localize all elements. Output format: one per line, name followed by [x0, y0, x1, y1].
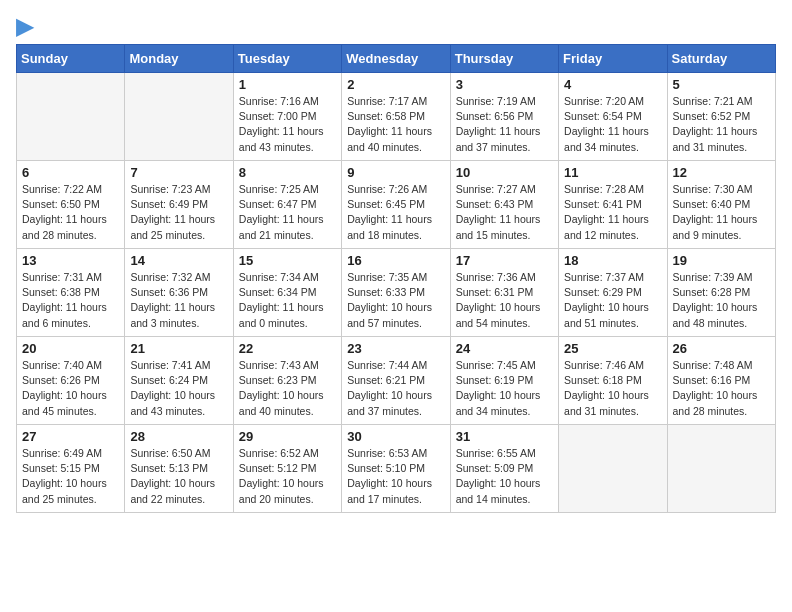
calendar-day-cell: 2Sunrise: 7:17 AMSunset: 6:58 PMDaylight… [342, 73, 450, 161]
day-info: Sunrise: 7:32 AMSunset: 6:36 PMDaylight:… [130, 270, 227, 331]
calendar-day-cell [559, 425, 667, 513]
day-info: Sunrise: 7:39 AMSunset: 6:28 PMDaylight:… [673, 270, 770, 331]
calendar-day-cell: 6Sunrise: 7:22 AMSunset: 6:50 PMDaylight… [17, 161, 125, 249]
day-number: 30 [347, 429, 444, 444]
calendar-day-cell: 11Sunrise: 7:28 AMSunset: 6:41 PMDayligh… [559, 161, 667, 249]
day-number: 9 [347, 165, 444, 180]
calendar-week-row: 20Sunrise: 7:40 AMSunset: 6:26 PMDayligh… [17, 337, 776, 425]
day-info: Sunrise: 7:23 AMSunset: 6:49 PMDaylight:… [130, 182, 227, 243]
weekday-header: Saturday [667, 45, 775, 73]
day-info: Sunrise: 7:25 AMSunset: 6:47 PMDaylight:… [239, 182, 336, 243]
calendar-header-row: SundayMondayTuesdayWednesdayThursdayFrid… [17, 45, 776, 73]
calendar-day-cell: 18Sunrise: 7:37 AMSunset: 6:29 PMDayligh… [559, 249, 667, 337]
calendar-day-cell: 28Sunrise: 6:50 AMSunset: 5:13 PMDayligh… [125, 425, 233, 513]
calendar-day-cell: 12Sunrise: 7:30 AMSunset: 6:40 PMDayligh… [667, 161, 775, 249]
logo-general: ▶ [16, 16, 33, 38]
weekday-header: Sunday [17, 45, 125, 73]
day-number: 23 [347, 341, 444, 356]
calendar-day-cell: 22Sunrise: 7:43 AMSunset: 6:23 PMDayligh… [233, 337, 341, 425]
day-number: 10 [456, 165, 553, 180]
calendar-day-cell: 24Sunrise: 7:45 AMSunset: 6:19 PMDayligh… [450, 337, 558, 425]
calendar-week-row: 27Sunrise: 6:49 AMSunset: 5:15 PMDayligh… [17, 425, 776, 513]
calendar-day-cell: 27Sunrise: 6:49 AMSunset: 5:15 PMDayligh… [17, 425, 125, 513]
day-number: 29 [239, 429, 336, 444]
day-info: Sunrise: 7:40 AMSunset: 6:26 PMDaylight:… [22, 358, 119, 419]
calendar-day-cell: 29Sunrise: 6:52 AMSunset: 5:12 PMDayligh… [233, 425, 341, 513]
day-number: 13 [22, 253, 119, 268]
day-number: 7 [130, 165, 227, 180]
day-number: 28 [130, 429, 227, 444]
calendar-day-cell: 4Sunrise: 7:20 AMSunset: 6:54 PMDaylight… [559, 73, 667, 161]
calendar-day-cell: 21Sunrise: 7:41 AMSunset: 6:24 PMDayligh… [125, 337, 233, 425]
calendar-day-cell: 16Sunrise: 7:35 AMSunset: 6:33 PMDayligh… [342, 249, 450, 337]
day-number: 22 [239, 341, 336, 356]
day-number: 19 [673, 253, 770, 268]
day-number: 6 [22, 165, 119, 180]
weekday-header: Thursday [450, 45, 558, 73]
calendar-day-cell: 23Sunrise: 7:44 AMSunset: 6:21 PMDayligh… [342, 337, 450, 425]
weekday-header: Wednesday [342, 45, 450, 73]
calendar-day-cell [125, 73, 233, 161]
day-info: Sunrise: 6:52 AMSunset: 5:12 PMDaylight:… [239, 446, 336, 507]
weekday-header: Monday [125, 45, 233, 73]
day-number: 18 [564, 253, 661, 268]
calendar-day-cell: 5Sunrise: 7:21 AMSunset: 6:52 PMDaylight… [667, 73, 775, 161]
day-number: 15 [239, 253, 336, 268]
day-info: Sunrise: 7:41 AMSunset: 6:24 PMDaylight:… [130, 358, 227, 419]
day-info: Sunrise: 7:22 AMSunset: 6:50 PMDaylight:… [22, 182, 119, 243]
calendar-day-cell: 30Sunrise: 6:53 AMSunset: 5:10 PMDayligh… [342, 425, 450, 513]
day-number: 14 [130, 253, 227, 268]
calendar-day-cell: 17Sunrise: 7:36 AMSunset: 6:31 PMDayligh… [450, 249, 558, 337]
day-info: Sunrise: 7:36 AMSunset: 6:31 PMDaylight:… [456, 270, 553, 331]
day-info: Sunrise: 7:19 AMSunset: 6:56 PMDaylight:… [456, 94, 553, 155]
day-info: Sunrise: 7:20 AMSunset: 6:54 PMDaylight:… [564, 94, 661, 155]
page-header: ▶ [16, 16, 776, 36]
day-info: Sunrise: 6:55 AMSunset: 5:09 PMDaylight:… [456, 446, 553, 507]
calendar-day-cell: 26Sunrise: 7:48 AMSunset: 6:16 PMDayligh… [667, 337, 775, 425]
weekday-header: Tuesday [233, 45, 341, 73]
day-number: 31 [456, 429, 553, 444]
calendar-day-cell: 19Sunrise: 7:39 AMSunset: 6:28 PMDayligh… [667, 249, 775, 337]
day-number: 20 [22, 341, 119, 356]
calendar-week-row: 13Sunrise: 7:31 AMSunset: 6:38 PMDayligh… [17, 249, 776, 337]
day-info: Sunrise: 7:21 AMSunset: 6:52 PMDaylight:… [673, 94, 770, 155]
calendar-week-row: 1Sunrise: 7:16 AMSunset: 7:00 PMDaylight… [17, 73, 776, 161]
day-number: 11 [564, 165, 661, 180]
day-info: Sunrise: 7:46 AMSunset: 6:18 PMDaylight:… [564, 358, 661, 419]
calendar-day-cell: 31Sunrise: 6:55 AMSunset: 5:09 PMDayligh… [450, 425, 558, 513]
day-number: 26 [673, 341, 770, 356]
day-info: Sunrise: 7:16 AMSunset: 7:00 PMDaylight:… [239, 94, 336, 155]
calendar-day-cell [17, 73, 125, 161]
calendar-table: SundayMondayTuesdayWednesdayThursdayFrid… [16, 44, 776, 513]
day-info: Sunrise: 7:28 AMSunset: 6:41 PMDaylight:… [564, 182, 661, 243]
day-number: 17 [456, 253, 553, 268]
day-info: Sunrise: 7:48 AMSunset: 6:16 PMDaylight:… [673, 358, 770, 419]
day-number: 1 [239, 77, 336, 92]
calendar-day-cell: 7Sunrise: 7:23 AMSunset: 6:49 PMDaylight… [125, 161, 233, 249]
calendar-day-cell: 13Sunrise: 7:31 AMSunset: 6:38 PMDayligh… [17, 249, 125, 337]
day-number: 8 [239, 165, 336, 180]
day-number: 4 [564, 77, 661, 92]
calendar-day-cell: 8Sunrise: 7:25 AMSunset: 6:47 PMDaylight… [233, 161, 341, 249]
calendar-day-cell: 10Sunrise: 7:27 AMSunset: 6:43 PMDayligh… [450, 161, 558, 249]
day-info: Sunrise: 7:17 AMSunset: 6:58 PMDaylight:… [347, 94, 444, 155]
day-number: 12 [673, 165, 770, 180]
calendar-week-row: 6Sunrise: 7:22 AMSunset: 6:50 PMDaylight… [17, 161, 776, 249]
day-info: Sunrise: 7:31 AMSunset: 6:38 PMDaylight:… [22, 270, 119, 331]
day-info: Sunrise: 7:34 AMSunset: 6:34 PMDaylight:… [239, 270, 336, 331]
day-number: 16 [347, 253, 444, 268]
day-info: Sunrise: 7:30 AMSunset: 6:40 PMDaylight:… [673, 182, 770, 243]
day-info: Sunrise: 7:37 AMSunset: 6:29 PMDaylight:… [564, 270, 661, 331]
calendar-day-cell: 20Sunrise: 7:40 AMSunset: 6:26 PMDayligh… [17, 337, 125, 425]
day-info: Sunrise: 7:27 AMSunset: 6:43 PMDaylight:… [456, 182, 553, 243]
day-info: Sunrise: 7:35 AMSunset: 6:33 PMDaylight:… [347, 270, 444, 331]
day-number: 27 [22, 429, 119, 444]
day-info: Sunrise: 6:49 AMSunset: 5:15 PMDaylight:… [22, 446, 119, 507]
day-info: Sunrise: 6:53 AMSunset: 5:10 PMDaylight:… [347, 446, 444, 507]
calendar-day-cell: 14Sunrise: 7:32 AMSunset: 6:36 PMDayligh… [125, 249, 233, 337]
calendar-day-cell: 3Sunrise: 7:19 AMSunset: 6:56 PMDaylight… [450, 73, 558, 161]
day-number: 24 [456, 341, 553, 356]
day-info: Sunrise: 6:50 AMSunset: 5:13 PMDaylight:… [130, 446, 227, 507]
calendar-day-cell: 15Sunrise: 7:34 AMSunset: 6:34 PMDayligh… [233, 249, 341, 337]
day-info: Sunrise: 7:45 AMSunset: 6:19 PMDaylight:… [456, 358, 553, 419]
